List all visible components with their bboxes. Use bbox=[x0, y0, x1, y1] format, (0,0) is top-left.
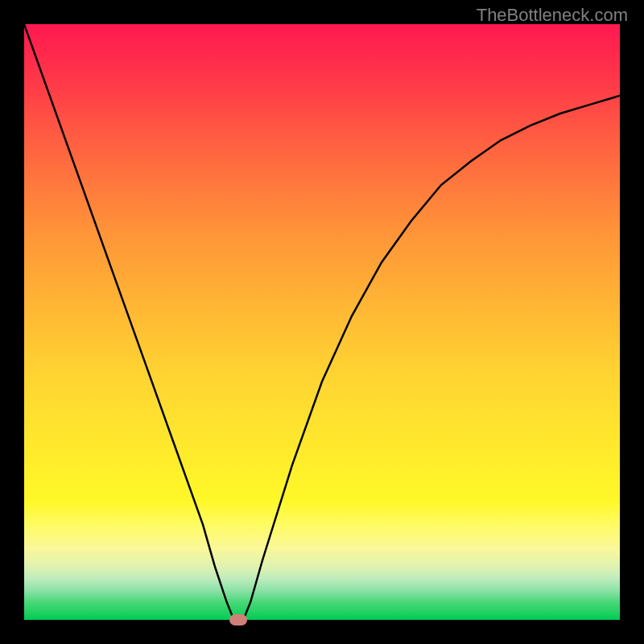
bottleneck-curve bbox=[24, 24, 620, 620]
chart-curve-layer bbox=[24, 24, 620, 620]
watermark-label: TheBottleneck.com bbox=[477, 5, 628, 26]
optimal-point-marker bbox=[229, 614, 247, 625]
chart-plot-area bbox=[24, 24, 620, 620]
